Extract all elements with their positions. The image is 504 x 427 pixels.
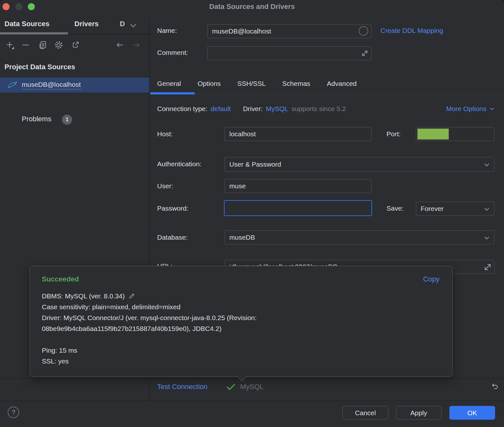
data-source-item-musedb[interactable]: museDB@localhost — [0, 78, 149, 93]
authentication-value: User & Password — [229, 161, 281, 168]
create-ddl-mapping-link[interactable]: Create DDL Mapping — [380, 27, 443, 34]
data-source-item-label: museDB@localhost — [22, 81, 81, 90]
sidebar-tab-scroll-thumb[interactable] — [0, 32, 68, 34]
tab-drivers[interactable]: Drivers — [74, 20, 99, 28]
ssl-line: SSL: yes — [42, 356, 440, 367]
settings-tabbar: General Options SSH/SSL Schemas Advanced — [150, 76, 364, 92]
project-data-sources-heading: Project Data Sources — [4, 63, 75, 71]
settings-gear-icon[interactable] — [54, 41, 63, 49]
tab-schemas[interactable]: Schemas — [275, 76, 317, 92]
save-select[interactable]: Forever — [416, 202, 494, 216]
database-value: museDB — [229, 234, 255, 241]
footer-top-divider — [0, 378, 504, 378]
edit-pencil-icon[interactable] — [128, 292, 135, 299]
connection-details: DBMS: MySQL (ver. 8.0.34) Case sensitivi… — [42, 291, 440, 367]
comment-label: Comment: — [157, 49, 188, 56]
password-label: Password: — [157, 205, 188, 212]
data-sources-dialog: Data Sources and Drivers Data Sources Dr… — [0, 0, 504, 427]
name-field-wrap — [207, 24, 371, 38]
help-button[interactable]: ? — [8, 407, 19, 418]
comment-input[interactable] — [207, 46, 371, 60]
forward-arrow-icon[interactable] — [132, 41, 141, 49]
buttons-divider — [0, 401, 504, 401]
user-input[interactable] — [225, 179, 371, 193]
more-options-label: More Options — [446, 105, 486, 113]
dialog-title: Data Sources and Drivers — [0, 3, 504, 11]
problems-node[interactable]: Problems — [22, 115, 51, 123]
save-label: Save: — [386, 205, 404, 212]
connection-type-row: Connection type: default Driver: MySQL s… — [157, 105, 346, 113]
name-input[interactable] — [207, 24, 371, 38]
password-input[interactable] — [224, 200, 372, 216]
tab-data-sources[interactable]: Data Sources — [4, 20, 50, 28]
dbms-line: DBMS: MySQL (ver. 8.0.34) — [42, 291, 440, 302]
connection-type-value[interactable]: default — [211, 105, 231, 113]
undo-icon[interactable] — [490, 383, 499, 391]
tab-options[interactable]: Options — [191, 76, 228, 92]
open-in-new-icon[interactable] — [71, 41, 80, 49]
chevron-down-icon[interactable] — [129, 23, 137, 28]
remove-icon[interactable] — [21, 41, 30, 49]
name-label: Name: — [157, 27, 177, 34]
port-selection-highlight — [417, 129, 449, 139]
chevron-down-icon — [489, 107, 494, 110]
chevron-down-icon — [484, 205, 490, 213]
tabbar-divider — [149, 94, 504, 94]
connection-status: Succeeded — [42, 275, 79, 283]
ping-line: Ping: 15 ms — [42, 345, 440, 356]
expand-editor-icon[interactable] — [483, 262, 493, 272]
tab-ddl-truncated[interactable]: D — [120, 20, 125, 28]
ok-button[interactable]: OK — [449, 406, 495, 420]
duplicate-icon[interactable] — [38, 41, 47, 49]
active-tab-indicator — [150, 92, 195, 94]
port-input[interactable] — [416, 127, 494, 141]
database-label: Database: — [157, 234, 188, 241]
copy-result-link[interactable]: Copy — [423, 275, 439, 283]
host-label: Host: — [157, 130, 173, 138]
user-label: User: — [157, 182, 173, 190]
more-options-dropdown[interactable]: More Options — [446, 105, 494, 113]
chevron-down-icon — [484, 161, 490, 168]
authentication-select[interactable]: User & Password — [225, 157, 494, 172]
mysql-dolphin-icon — [8, 80, 18, 90]
driver-line-2: 08be9e9b4cba6aa115f9b27b215887af40b159e0… — [42, 323, 440, 334]
add-icon[interactable] — [5, 41, 14, 49]
comment-field-wrap — [207, 46, 371, 60]
tested-driver-name: MySQL — [240, 383, 263, 391]
tab-ssh-ssl[interactable]: SSH/SSL — [230, 76, 273, 92]
chevron-down-icon — [484, 234, 490, 241]
test-connection-result-popup: Succeeded Copy DBMS: MySQL (ver. 8.0.34)… — [30, 266, 453, 377]
back-arrow-icon[interactable] — [116, 41, 125, 49]
expand-editor-icon[interactable] — [361, 49, 369, 57]
sidebar-section-divider — [0, 100, 149, 101]
authentication-label: Authentication: — [157, 160, 202, 168]
driver-support-note: supports since 5.2 — [292, 105, 346, 113]
tab-advanced[interactable]: Advanced — [320, 76, 363, 92]
success-check-icon — [226, 383, 236, 391]
case-sensitivity-line: Case sensitivity: plain=mixed, delimited… — [42, 302, 440, 312]
connection-type-label: Connection type: — [157, 105, 208, 113]
database-select[interactable]: museDB — [225, 230, 494, 244]
driver-label: Driver: — [243, 105, 263, 113]
problems-count-badge: 1 — [62, 115, 72, 125]
apply-button[interactable]: Apply — [396, 406, 441, 420]
progress-spinner-icon — [359, 26, 368, 36]
host-input[interactable] — [225, 127, 371, 141]
driver-line-1: Driver: MySQL Connector/J (ver. mysql-co… — [42, 312, 440, 323]
blank-line — [42, 334, 440, 345]
port-label: Port: — [386, 130, 401, 138]
save-value: Forever — [421, 205, 444, 213]
driver-value-link[interactable]: MySQL — [266, 105, 288, 113]
cancel-button[interactable]: Cancel — [342, 406, 388, 420]
test-connection-link[interactable]: Test Connection — [157, 383, 208, 391]
tab-general[interactable]: General — [150, 76, 188, 92]
